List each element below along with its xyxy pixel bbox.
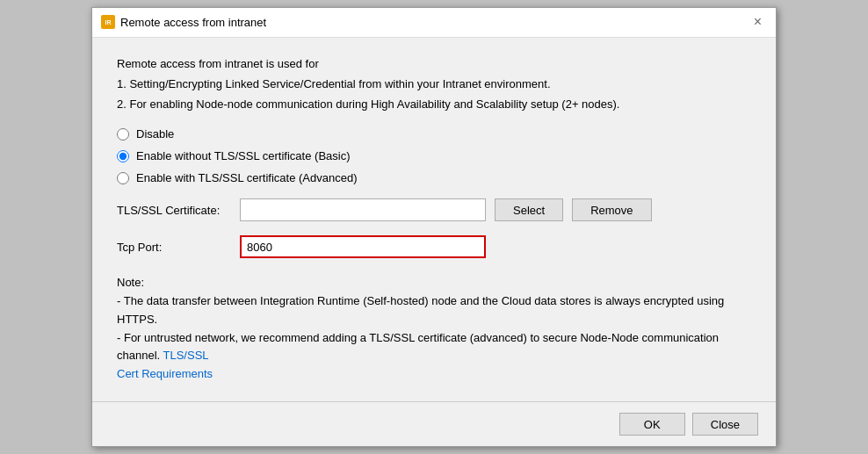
- cert-input[interactable]: [240, 198, 486, 221]
- radio-disable-label: Disable: [136, 127, 174, 141]
- radio-enable-basic-input[interactable]: [117, 150, 129, 162]
- remove-button[interactable]: Remove: [572, 198, 651, 221]
- dialog-title: Remote access from intranet: [120, 16, 266, 29]
- note-line2: - For untrusted network, we recommend ad…: [117, 329, 751, 366]
- note-title: Note:: [117, 274, 751, 292]
- cert-label: TLS/SSL Certificate:: [117, 204, 231, 217]
- radio-enable-advanced-label: Enable with TLS/SSL certificate (Advance…: [136, 171, 357, 184]
- radio-enable-advanced[interactable]: Enable with TLS/SSL certificate (Advance…: [117, 171, 751, 184]
- footer-close-button[interactable]: Close: [692, 413, 758, 436]
- description-point1: 1. Setting/Encrypting Linked Service/Cre…: [117, 76, 751, 94]
- tls-ssl-link[interactable]: TLS/SSL: [163, 349, 209, 362]
- ir-icon: IR: [102, 16, 114, 28]
- note-line3: Cert Requirements: [117, 365, 751, 384]
- dialog-footer: OK Close: [92, 401, 776, 446]
- ok-button[interactable]: OK: [619, 413, 685, 436]
- title-bar-left: IR Remote access from intranet: [101, 15, 266, 29]
- cert-field-row: TLS/SSL Certificate: Select Remove: [117, 198, 751, 221]
- close-x-button[interactable]: ×: [749, 13, 767, 31]
- port-field-row: Tcp Port:: [117, 235, 751, 258]
- title-bar: IR Remote access from intranet ×: [92, 8, 776, 38]
- note-line1: - The data transfer between Integration …: [117, 292, 751, 329]
- select-button[interactable]: Select: [495, 198, 563, 221]
- port-label: Tcp Port:: [117, 241, 231, 254]
- cert-requirements-link[interactable]: Cert Requirements: [117, 367, 213, 380]
- radio-enable-basic[interactable]: Enable without TLS/SSL certificate (Basi…: [117, 149, 751, 162]
- dialog-content: Remote access from intranet is used for …: [92, 38, 776, 401]
- radio-disable[interactable]: Disable: [117, 127, 751, 141]
- port-input[interactable]: [240, 235, 486, 258]
- svg-text:IR: IR: [105, 19, 112, 25]
- radio-enable-basic-label: Enable without TLS/SSL certificate (Basi…: [136, 149, 351, 162]
- description-section: Remote access from intranet is used for …: [117, 55, 751, 115]
- remote-access-dialog: IR Remote access from intranet × Remote …: [91, 7, 777, 447]
- description-point2: 2. For enabling Node-node communication …: [117, 96, 751, 114]
- note-section: Note: - The data transfer between Integr…: [117, 274, 751, 384]
- description-intro: Remote access from intranet is used for: [117, 55, 751, 74]
- radio-disable-input[interactable]: [117, 128, 129, 141]
- dialog-icon: IR: [101, 15, 115, 29]
- radio-group: Disable Enable without TLS/SSL certifica…: [117, 127, 751, 184]
- radio-enable-advanced-input[interactable]: [117, 172, 129, 184]
